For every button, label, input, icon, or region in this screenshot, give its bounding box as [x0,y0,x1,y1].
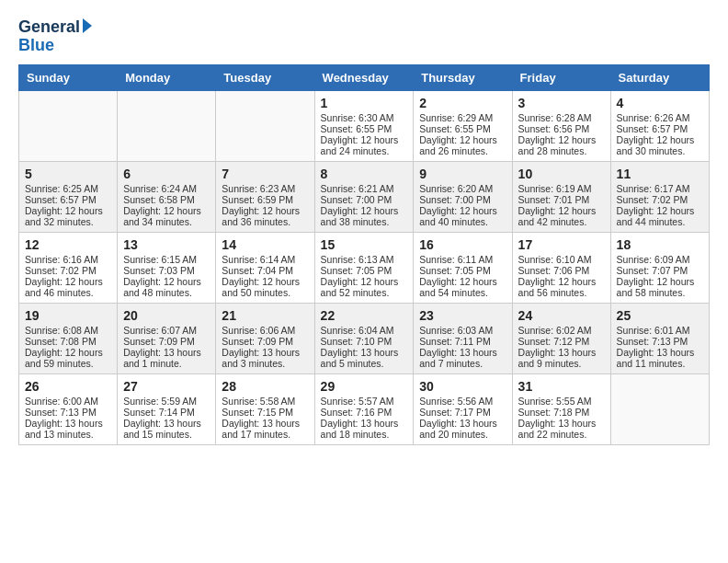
day-info: Daylight: 12 hours [321,205,408,216]
day-info: Sunset: 7:05 PM [419,265,506,276]
day-info: and 32 minutes. [25,216,111,227]
day-info: Sunrise: 6:04 AM [321,325,408,336]
header-sunday: Sunday [19,64,118,90]
day-info: Daylight: 13 hours [123,418,210,429]
day-number: 19 [25,308,111,323]
day-info: and 52 minutes. [321,287,408,298]
day-info: Daylight: 12 hours [419,276,506,287]
day-info: and 26 minutes. [419,145,506,156]
day-info: Sunset: 7:01 PM [518,194,605,205]
calendar-day: 30Sunrise: 5:56 AMSunset: 7:17 PMDayligh… [414,373,512,444]
day-info: Daylight: 13 hours [222,347,308,358]
day-info: Daylight: 12 hours [25,205,111,216]
logo: General Blue [18,18,92,55]
day-info: Sunset: 7:13 PM [25,407,111,418]
day-info: Sunrise: 6:21 AM [321,183,408,194]
day-number: 2 [419,96,506,110]
day-info: Sunrise: 6:06 AM [222,325,308,336]
calendar-day: 12Sunrise: 6:16 AMSunset: 7:02 PMDayligh… [19,232,118,303]
day-info: and 30 minutes. [617,145,703,156]
day-number: 13 [123,237,210,252]
day-info: Daylight: 13 hours [419,418,506,429]
day-number: 29 [321,379,408,394]
day-info: and 20 minutes. [419,429,506,440]
calendar-day: 15Sunrise: 6:13 AMSunset: 7:05 PMDayligh… [314,232,414,303]
day-info: Sunrise: 6:01 AM [617,325,703,336]
calendar-day: 14Sunrise: 6:14 AMSunset: 7:04 PMDayligh… [216,232,314,303]
calendar-day: 1Sunrise: 6:30 AMSunset: 6:55 PMDaylight… [314,90,414,161]
day-info: Sunset: 7:12 PM [518,336,605,347]
day-info: Daylight: 13 hours [25,418,111,429]
day-info: Sunset: 6:58 PM [123,194,210,205]
day-info: and 56 minutes. [518,287,605,298]
header-thursday: Thursday [414,64,512,90]
day-info: Daylight: 12 hours [518,276,605,287]
day-number: 15 [321,237,408,252]
calendar-day: 10Sunrise: 6:19 AMSunset: 7:01 PMDayligh… [512,161,610,232]
day-info: and 18 minutes. [321,429,408,440]
day-number: 28 [222,379,308,394]
day-info: Daylight: 12 hours [25,276,111,287]
day-info: Daylight: 12 hours [617,134,703,145]
day-info: and 46 minutes. [25,287,111,298]
day-number: 11 [617,167,703,181]
day-info: and 50 minutes. [222,287,308,298]
calendar-day: 22Sunrise: 6:04 AMSunset: 7:10 PMDayligh… [314,303,414,373]
day-info: Daylight: 13 hours [123,347,210,358]
day-number: 6 [123,167,210,181]
day-info: Sunrise: 6:00 AM [25,396,111,407]
day-number: 8 [321,167,408,181]
day-info: Daylight: 12 hours [321,276,408,287]
day-info: Sunset: 7:16 PM [321,407,408,418]
day-info: Sunrise: 5:59 AM [123,396,210,407]
header-friday: Friday [512,64,610,90]
calendar-day: 31Sunrise: 5:55 AMSunset: 7:18 PMDayligh… [512,373,610,444]
day-info: Sunset: 6:57 PM [617,123,703,134]
day-info: Sunset: 6:59 PM [222,194,308,205]
day-info: and 48 minutes. [123,287,210,298]
day-number: 17 [518,237,605,252]
header-monday: Monday [118,64,216,90]
day-info: Daylight: 13 hours [321,418,408,429]
calendar-header-row: SundayMondayTuesdayWednesdayThursdayFrid… [19,64,710,90]
day-info: Sunset: 7:09 PM [222,336,308,347]
day-info: Daylight: 12 hours [419,205,506,216]
day-info: Sunset: 7:10 PM [321,336,408,347]
calendar-day: 26Sunrise: 6:00 AMSunset: 7:13 PMDayligh… [19,373,118,444]
day-info: Sunset: 6:57 PM [25,194,111,205]
day-info: Daylight: 12 hours [123,276,210,287]
day-info: Sunrise: 6:28 AM [518,112,605,123]
calendar-table: SundayMondayTuesdayWednesdayThursdayFrid… [18,64,710,445]
header-saturday: Saturday [610,64,709,90]
calendar-day: 29Sunrise: 5:57 AMSunset: 7:16 PMDayligh… [314,373,414,444]
day-info: Daylight: 12 hours [617,276,703,287]
calendar-day: 8Sunrise: 6:21 AMSunset: 7:00 PMDaylight… [314,161,414,232]
day-number: 5 [25,167,111,181]
day-info: Sunset: 7:13 PM [617,336,703,347]
day-number: 1 [321,96,408,110]
calendar-week-4: 19Sunrise: 6:08 AMSunset: 7:08 PMDayligh… [19,303,710,373]
day-number: 25 [617,308,703,323]
logo-general: General [18,18,80,37]
day-number: 10 [518,167,605,181]
day-info: Daylight: 13 hours [617,347,703,358]
day-info: Sunset: 7:17 PM [419,407,506,418]
page-header: General Blue [18,18,710,55]
day-info: and 24 minutes. [321,145,408,156]
day-number: 16 [419,237,506,252]
day-number: 9 [419,167,506,181]
day-info: Sunrise: 6:02 AM [518,325,605,336]
day-info: Sunrise: 6:30 AM [321,112,408,123]
calendar-day: 28Sunrise: 5:58 AMSunset: 7:15 PMDayligh… [216,373,314,444]
day-info: Sunset: 7:00 PM [321,194,408,205]
day-info: Sunset: 7:11 PM [419,336,506,347]
calendar-day: 9Sunrise: 6:20 AMSunset: 7:00 PMDaylight… [414,161,512,232]
day-number: 12 [25,237,111,252]
day-info: Sunrise: 6:14 AM [222,254,308,265]
calendar-day: 13Sunrise: 6:15 AMSunset: 7:03 PMDayligh… [118,232,216,303]
day-info: Daylight: 13 hours [222,418,308,429]
day-number: 7 [222,167,308,181]
calendar-day: 23Sunrise: 6:03 AMSunset: 7:11 PMDayligh… [414,303,512,373]
calendar-day: 21Sunrise: 6:06 AMSunset: 7:09 PMDayligh… [216,303,314,373]
day-info: Sunrise: 5:55 AM [518,396,605,407]
